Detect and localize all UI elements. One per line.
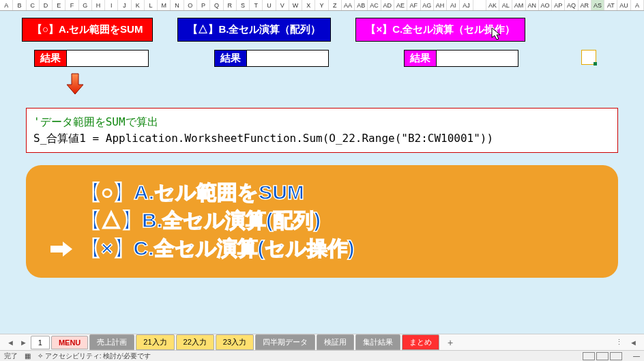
- column-header[interactable]: K: [132, 0, 145, 10]
- column-header[interactable]: AP: [552, 0, 565, 10]
- result-label-b: 結果: [214, 50, 247, 67]
- column-header[interactable]: U: [263, 0, 276, 10]
- view-pagebreak-icon[interactable]: [610, 352, 622, 360]
- arrow-down-icon: [65, 72, 637, 98]
- code-comment: 'データ範囲をSUMで算出: [33, 114, 611, 130]
- view-mode-icons[interactable]: [583, 352, 622, 360]
- column-header[interactable]: AF: [407, 0, 420, 10]
- summary-text-a: 【○】A.セル範囲をSUM: [80, 179, 304, 207]
- column-header[interactable]: AO: [539, 0, 552, 10]
- column-header[interactable]: J: [118, 0, 131, 10]
- status-ready: 完了: [4, 351, 18, 361]
- column-header[interactable]: B: [13, 0, 26, 10]
- column-header[interactable]: AK: [486, 0, 499, 10]
- column-header[interactable]: D: [40, 0, 53, 10]
- view-layout-icon[interactable]: [596, 352, 609, 360]
- sheet-tab-strip: ◄ ► 1 MENU 売上計画 21入力 22入力 23入力 四半期データ 検証…: [0, 334, 644, 350]
- column-header[interactable]: AD: [381, 0, 394, 10]
- column-header[interactable]: Y: [315, 0, 328, 10]
- column-header[interactable]: X: [302, 0, 315, 10]
- column-header[interactable]: Q: [210, 0, 223, 10]
- sheet-tab-add[interactable]: +: [441, 335, 460, 350]
- column-header[interactable]: AB: [355, 0, 368, 10]
- column-header[interactable]: P: [197, 0, 210, 10]
- column-header[interactable]: AH: [434, 0, 447, 10]
- column-header[interactable]: M: [158, 0, 171, 10]
- button-a-sum[interactable]: 【○】A.セル範囲をSUM: [22, 18, 153, 42]
- column-header[interactable]: O: [184, 0, 197, 10]
- result-value-b: [247, 50, 329, 67]
- column-header[interactable]: H: [92, 0, 105, 10]
- scroll-left-icon[interactable]: ◄: [627, 338, 640, 347]
- column-header[interactable]: G: [79, 0, 92, 10]
- summary-text-c: 【×】C.全セル演算(セル操作): [80, 235, 355, 263]
- code-line: S_合算値1 = Application.WorksheetFunction.S…: [33, 130, 611, 147]
- column-header[interactable]: T: [250, 0, 263, 10]
- code-sample-box: 'データ範囲をSUMで算出 S_合算値1 = Application.Works…: [26, 108, 618, 153]
- column-header[interactable]: R: [224, 0, 237, 10]
- status-bar: 完了 ▦ ✧ アクセシビリティ: 検討が必要です ―: [0, 350, 644, 361]
- column-header[interactable]: C: [27, 0, 40, 10]
- column-header[interactable]: AG: [421, 0, 434, 10]
- sheet-tab-23[interactable]: 23入力: [216, 334, 254, 350]
- column-header[interactable]: I: [105, 0, 118, 10]
- selected-cell-indicator: [581, 50, 596, 65]
- column-header[interactable]: AS: [591, 0, 604, 10]
- column-header[interactable]: F: [65, 0, 78, 10]
- column-header[interactable]: L: [145, 0, 158, 10]
- column-header[interactable]: AL: [499, 0, 512, 10]
- column-header[interactable]: W: [289, 0, 302, 10]
- column-header[interactable]: N: [171, 0, 184, 10]
- sheet-tab-menu[interactable]: MENU: [51, 336, 88, 349]
- column-header[interactable]: Z: [329, 0, 342, 10]
- sheet-tab-22[interactable]: 22入力: [176, 334, 214, 350]
- result-label-c: 結果: [404, 50, 437, 67]
- result-value-c: [437, 50, 518, 67]
- view-normal-icon[interactable]: [583, 352, 595, 360]
- sheet-tab-verify[interactable]: 検証用: [317, 334, 354, 350]
- summary-panel: 【○】A.セル範囲をSUM 【△】B.全セル演算(配列) 【×】C.全セル演算(…: [26, 165, 618, 278]
- column-header[interactable]: AT: [604, 0, 617, 10]
- button-b-array[interactable]: 【△】B.全セル演算（配列）: [177, 18, 331, 42]
- accessibility-status: ✧ アクセシビリティ: 検討が必要です: [38, 351, 151, 361]
- result-value-a: [67, 50, 149, 67]
- column-header[interactable]: AJ: [460, 0, 473, 10]
- column-header[interactable]: AQ: [565, 0, 578, 10]
- column-header[interactable]: AM: [512, 0, 525, 10]
- column-header-row: ABCDEFGHIJKLMNOPQRSTUVWXYZAAABACADAEAFAG…: [0, 0, 644, 11]
- column-header[interactable]: S: [237, 0, 250, 10]
- sheet-tab-1[interactable]: 1: [31, 336, 50, 349]
- column-header[interactable]: [473, 0, 486, 10]
- record-macro-icon[interactable]: ▦: [25, 352, 31, 360]
- tab-options-icon[interactable]: ⋮: [611, 338, 627, 347]
- column-header[interactable]: A: [0, 0, 13, 10]
- summary-text-b: 【△】B.全セル演算(配列): [80, 207, 321, 235]
- column-header[interactable]: AI: [447, 0, 460, 10]
- result-label-a: 結果: [34, 50, 67, 67]
- cursor-icon: [491, 27, 502, 44]
- sheet-tab-summary[interactable]: まとめ: [402, 334, 439, 350]
- column-header[interactable]: AA: [342, 0, 355, 10]
- column-header[interactable]: E: [53, 0, 65, 10]
- tab-nav-prev[interactable]: ◄: [4, 338, 17, 347]
- column-header[interactable]: AN: [526, 0, 539, 10]
- sheet-tab-result[interactable]: 集計結果: [355, 334, 400, 350]
- tab-nav-next[interactable]: ►: [17, 338, 30, 347]
- arrow-right-icon: [50, 243, 74, 255]
- column-header[interactable]: V: [276, 0, 289, 10]
- column-header[interactable]: AU: [617, 0, 630, 10]
- column-header[interactable]: AR: [579, 0, 591, 10]
- column-header[interactable]: AC: [368, 0, 381, 10]
- column-header[interactable]: AE: [394, 0, 407, 10]
- column-header[interactable]: A: [631, 0, 644, 10]
- sheet-tab-21[interactable]: 21入力: [136, 334, 174, 350]
- sheet-tab-quarter[interactable]: 四半期データ: [255, 334, 315, 350]
- sheet-tab-uriage[interactable]: 売上計画: [89, 334, 134, 350]
